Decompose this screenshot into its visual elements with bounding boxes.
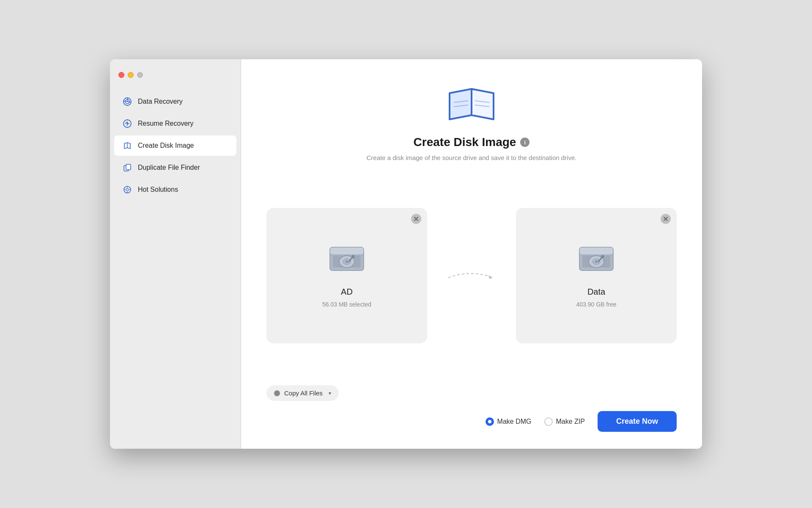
page-title: Create Disk Image — [414, 135, 516, 149]
info-icon[interactable]: i — [520, 138, 529, 147]
chevron-down-icon: ▾ — [329, 390, 331, 396]
sidebar-label-hot-solutions: Hot Solutions — [138, 186, 178, 193]
maximize-button[interactable] — [137, 72, 143, 78]
svg-point-29 — [601, 255, 604, 258]
svg-point-20 — [346, 261, 348, 263]
destination-drive-icon — [577, 243, 615, 279]
sidebar-item-duplicate-file-finder[interactable]: Duplicate File Finder — [114, 157, 236, 178]
sidebar-label-create-disk-image: Create Disk Image — [138, 142, 194, 149]
svg-point-21 — [352, 255, 355, 258]
make-zip-option[interactable]: Make ZIP — [544, 417, 585, 426]
sidebar-item-data-recovery[interactable]: Data Recovery — [114, 91, 236, 112]
make-dmg-radio[interactable] — [486, 417, 494, 426]
sidebar-item-hot-solutions[interactable]: Hot Solutions — [114, 179, 236, 200]
destination-drive-card[interactable]: Data 403.90 GB free — [516, 208, 677, 343]
copy-mode-label: Copy All Files — [284, 389, 323, 397]
sidebar-label-data-recovery: Data Recovery — [138, 98, 183, 105]
make-dmg-option[interactable]: Make DMG — [486, 417, 532, 426]
minimize-button[interactable] — [128, 72, 134, 78]
bottom-section: Copy All Files ▾ Make DMG Make ZIP Creat… — [266, 385, 677, 432]
traffic-lights — [110, 68, 241, 91]
svg-rect-16 — [330, 247, 364, 255]
make-zip-label: Make ZIP — [556, 418, 585, 425]
sidebar-label-resume-recovery: Resume Recovery — [138, 120, 194, 127]
sidebar: Data Recovery Resume Recovery — [110, 59, 241, 449]
drives-row: AD 56.03 MB selected — [266, 178, 677, 373]
source-drive-name: AD — [341, 287, 353, 297]
destination-drive-close-button[interactable] — [661, 214, 671, 224]
close-button[interactable] — [118, 72, 124, 78]
make-zip-radio[interactable] — [544, 417, 553, 426]
page-subtitle: Create a disk image of the source drive … — [266, 154, 677, 161]
svg-rect-24 — [579, 247, 613, 255]
destination-drive-name: Data — [587, 287, 605, 297]
arrow-connector — [444, 265, 499, 286]
resume-recovery-icon — [123, 119, 132, 128]
svg-point-6 — [126, 188, 129, 191]
sidebar-item-create-disk-image[interactable]: Create Disk Image — [114, 135, 236, 156]
source-drive-info: 56.03 MB selected — [322, 301, 371, 308]
hot-solutions-icon — [123, 185, 132, 194]
create-now-button[interactable]: Create Now — [598, 411, 677, 432]
source-drive-card[interactable]: AD 56.03 MB selected — [266, 208, 427, 343]
sidebar-item-resume-recovery[interactable]: Resume Recovery — [114, 113, 236, 134]
hero-icon — [266, 80, 677, 127]
sidebar-label-duplicate-file-finder: Duplicate File Finder — [138, 164, 200, 171]
action-row: Make DMG Make ZIP Create Now — [266, 411, 677, 432]
svg-rect-4 — [126, 164, 131, 170]
app-window: Data Recovery Resume Recovery — [110, 59, 702, 449]
copy-mode-dropdown[interactable]: Copy All Files ▾ — [266, 385, 339, 401]
data-recovery-icon — [123, 97, 132, 106]
svg-marker-22 — [488, 275, 493, 279]
duplicate-file-finder-icon — [123, 163, 132, 172]
svg-point-28 — [595, 261, 598, 263]
copy-mode-row: Copy All Files ▾ — [266, 385, 677, 401]
destination-drive-info: 403.90 GB free — [576, 301, 617, 308]
make-dmg-label: Make DMG — [497, 418, 532, 425]
create-disk-image-icon — [123, 141, 132, 150]
main-content: Create Disk Image i Create a disk image … — [241, 59, 702, 449]
copy-mode-dot — [274, 390, 280, 396]
page-title-row: Create Disk Image i — [266, 135, 677, 149]
source-drive-icon — [328, 243, 366, 279]
source-drive-close-button[interactable] — [411, 214, 421, 224]
